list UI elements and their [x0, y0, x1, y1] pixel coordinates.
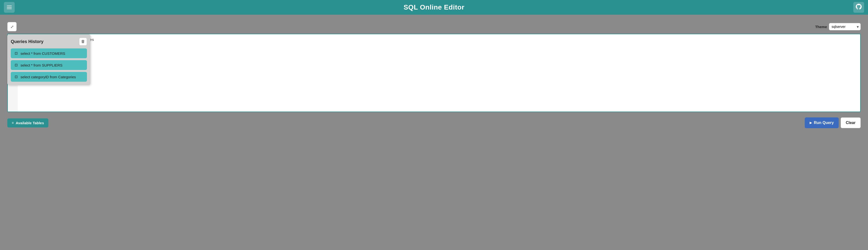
header: SQL Online Editor — [0, 0, 868, 15]
history-delete-button[interactable]: 🗑 — [79, 38, 87, 46]
main-area: Queries History 🗑 ⊡ select * from CUSTOM… — [0, 15, 868, 250]
history-item-text-2: select * from SUPPLIERS — [21, 63, 63, 67]
theme-select[interactable]: sqlserver vs vs-dark hc-black — [829, 23, 861, 30]
github-button[interactable] — [854, 2, 864, 13]
queries-history-panel: Queries History 🗑 ⊡ select * from CUSTOM… — [7, 34, 90, 85]
run-query-label: Run Query — [814, 120, 834, 125]
trash-icon: 🗑 — [81, 39, 85, 44]
history-panel-header: Queries History 🗑 — [11, 38, 87, 46]
run-query-button[interactable]: ▶ Run Query — [805, 117, 839, 128]
history-item-2[interactable]: ⊡ select * from SUPPLIERS — [11, 60, 87, 70]
hamburger-icon — [7, 6, 12, 9]
menu-button[interactable] — [4, 2, 14, 13]
theme-label: Theme — [815, 25, 827, 29]
page-title: SQL Online Editor — [403, 3, 464, 11]
theme-selector: Theme sqlserver vs vs-dark hc-black — [815, 23, 861, 30]
clear-button[interactable]: Clear — [841, 117, 861, 128]
action-buttons: ▶ Run Query Clear — [805, 117, 861, 128]
history-item-3[interactable]: ⊡ select categoryID from Categories — [11, 72, 87, 82]
github-icon — [856, 4, 862, 11]
available-tables-label: Available Tables — [16, 121, 44, 125]
code-content[interactable]: select categoryID from Categories — [18, 34, 860, 112]
theme-select-wrapper: sqlserver vs vs-dark hc-black — [829, 23, 861, 30]
code-editor[interactable]: 1 select categoryID from Categories — [7, 34, 861, 112]
expand-icon: ⤢ — [10, 25, 14, 29]
editor-toolbar: ⤢ Theme sqlserver vs vs-dark hc-black — [7, 20, 861, 34]
history-panel-title: Queries History — [11, 39, 43, 44]
expand-button[interactable]: ⤢ — [7, 22, 17, 31]
play-icon: ▶ — [810, 121, 812, 124]
bottom-bar: ≡ Available Tables ▶ Run Query Clear — [7, 114, 861, 132]
history-item-text-3: select categoryID from Categories — [21, 75, 76, 79]
list-icon: ≡ — [12, 121, 14, 125]
history-item-icon-2: ⊡ — [14, 63, 19, 67]
history-item-icon-1: ⊡ — [14, 51, 19, 56]
history-item-icon-3: ⊡ — [14, 74, 19, 79]
available-tables-button[interactable]: ≡ Available Tables — [7, 118, 49, 128]
history-item-text-1: select * from CUSTOMERS — [21, 51, 65, 56]
history-item-1[interactable]: ⊡ select * from CUSTOMERS — [11, 49, 87, 58]
clear-label: Clear — [846, 120, 856, 125]
editor-container: ⤢ Theme sqlserver vs vs-dark hc-black 1 … — [7, 20, 861, 245]
